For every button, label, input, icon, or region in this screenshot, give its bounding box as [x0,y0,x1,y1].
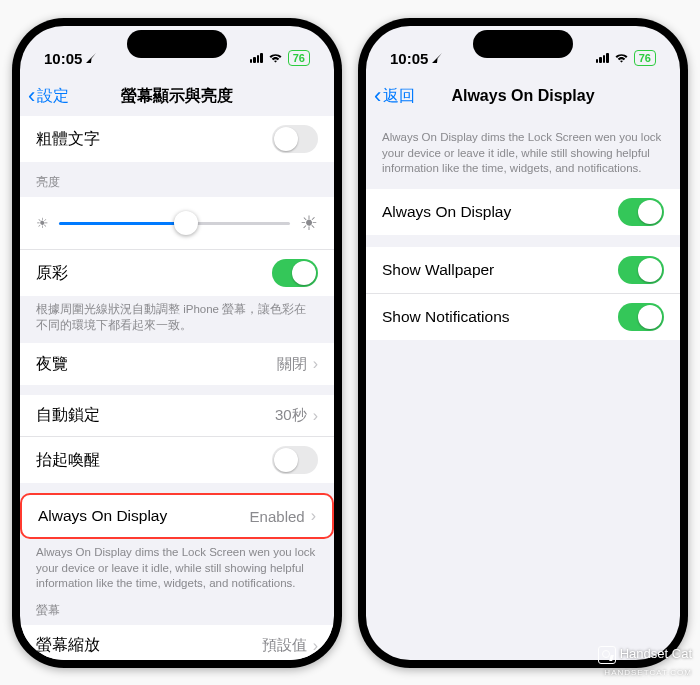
aod-toggle-cell[interactable]: Always On Display [366,189,680,235]
true-tone-toggle[interactable] [272,259,318,287]
battery-icon: 76 [288,50,310,66]
watermark-brand: Handset Cat [620,647,692,662]
content[interactable]: Always On Display dims the Lock Screen w… [366,116,680,660]
aod-toggle[interactable] [618,198,664,226]
dynamic-island [127,30,227,58]
content[interactable]: 粗體文字 亮度 ☀︎ ☀︎ 原彩 [20,116,334,660]
battery-icon: 76 [634,50,656,66]
chevron-left-icon: ‹ [28,85,35,107]
cellular-icon [596,53,609,63]
location-icon [85,52,97,64]
display-zoom-label: 螢幕縮放 [36,635,100,656]
back-button[interactable]: ‹ 設定 [28,85,69,107]
chevron-right-icon: › [313,407,318,425]
chevron-right-icon: › [311,507,316,525]
raise-to-wake-cell[interactable]: 抬起喚醒 [20,437,334,483]
night-shift-value: 關閉 [277,355,307,374]
raise-to-wake-toggle[interactable] [272,446,318,474]
aod-intro: Always On Display dims the Lock Screen w… [366,116,680,177]
back-button[interactable]: ‹ 返回 [374,85,415,107]
chevron-left-icon: ‹ [374,85,381,107]
wifi-icon [614,52,629,64]
always-on-display-footer: Always On Display dims the Lock Screen w… [20,539,334,592]
dynamic-island [473,30,573,58]
watermark-sub: HANDSETCAT.COM [604,668,692,677]
bold-text-toggle[interactable] [272,125,318,153]
show-notifications-label: Show Notifications [382,308,510,326]
status-time: 10:05 [390,50,428,67]
show-notifications-toggle[interactable] [618,303,664,331]
auto-lock-cell[interactable]: 自動鎖定 30秒› [20,395,334,437]
phone-left: 10:05 76 ‹ 設定 螢幕顯示與亮度 粗體文字 [12,18,342,668]
back-label: 設定 [37,86,69,107]
display-zoom-value: 預設值 [262,636,307,655]
auto-lock-value: 30秒 [275,406,307,425]
raise-to-wake-label: 抬起喚醒 [36,450,100,471]
screen-right: 10:05 76 ‹ 返回 Always On Display Always O… [366,26,680,660]
location-icon [431,52,443,64]
brightness-slider-cell: ☀︎ ☀︎ [20,197,334,250]
show-notifications-cell[interactable]: Show Notifications [366,294,680,340]
wifi-icon [268,52,283,64]
always-on-display-value: Enabled [250,508,305,525]
watermark: Handset Cat HANDSETCAT.COM [598,646,692,679]
chevron-right-icon: › [313,355,318,373]
brightness-header: 亮度 [20,174,334,197]
chevron-right-icon: › [313,637,318,655]
screen-header: 螢幕 [20,602,334,625]
night-shift-cell[interactable]: 夜覽 關閉› [20,343,334,385]
show-wallpaper-label: Show Wallpaper [382,261,494,279]
true-tone-cell[interactable]: 原彩 [20,250,334,296]
nav-bar: ‹ 返回 Always On Display [366,76,680,116]
page-title: Always On Display [451,87,594,105]
aod-label: Always On Display [382,203,511,221]
always-on-display-cell[interactable]: Always On Display Enabled› [22,495,332,537]
nav-bar: ‹ 設定 螢幕顯示與亮度 [20,76,334,116]
page-title: 螢幕顯示與亮度 [121,86,233,107]
screen-left: 10:05 76 ‹ 設定 螢幕顯示與亮度 粗體文字 [20,26,334,660]
status-time: 10:05 [44,50,82,67]
display-zoom-cell[interactable]: 螢幕縮放 預設值› [20,625,334,660]
sun-large-icon: ☀︎ [300,211,318,235]
sun-small-icon: ☀︎ [36,215,49,231]
show-wallpaper-toggle[interactable] [618,256,664,284]
cellular-icon [250,53,263,63]
back-label: 返回 [383,86,415,107]
true-tone-footer: 根據周圍光線狀況自動調整 iPhone 螢幕，讓色彩在不同的環境下都看起來一致。 [20,296,334,333]
auto-lock-label: 自動鎖定 [36,405,100,426]
bold-text-label: 粗體文字 [36,129,100,150]
always-on-display-label: Always On Display [38,507,167,525]
night-shift-label: 夜覽 [36,354,68,375]
show-wallpaper-cell[interactable]: Show Wallpaper [366,247,680,294]
bold-text-cell[interactable]: 粗體文字 [20,116,334,162]
true-tone-label: 原彩 [36,263,68,284]
phone-right: 10:05 76 ‹ 返回 Always On Display Always O… [358,18,688,668]
watermark-icon [598,646,616,664]
brightness-slider[interactable] [59,222,290,225]
